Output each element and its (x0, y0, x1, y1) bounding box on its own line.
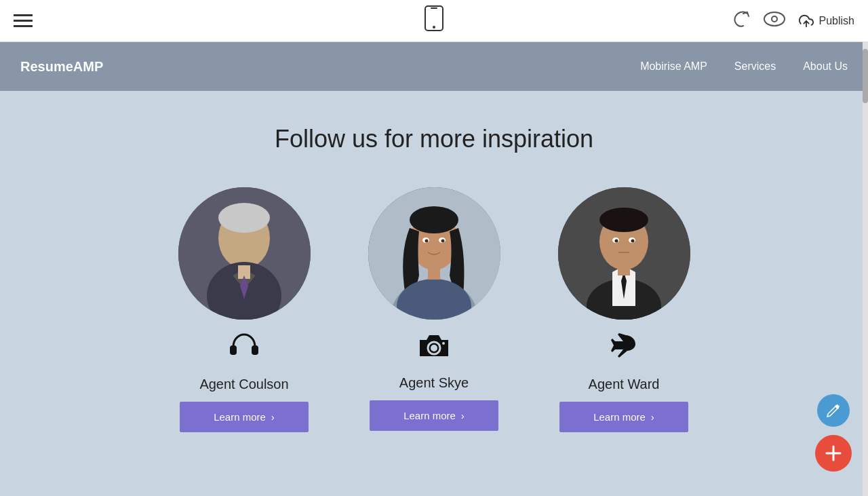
mobile-preview-icon[interactable] (425, 5, 443, 36)
svg-point-4 (772, 16, 777, 22)
skye-icon (417, 332, 451, 366)
svg-point-1 (433, 26, 435, 28)
svg-point-18 (410, 206, 458, 233)
svg-point-23 (425, 240, 428, 243)
svg-rect-20 (428, 267, 440, 280)
coulson-name: Agent Coulson (199, 377, 288, 392)
coulson-learn-more-button[interactable]: Learn more › (180, 402, 309, 432)
card-ward: Agent Ward Learn more › (549, 187, 698, 432)
chevron-right-icon: › (271, 411, 275, 423)
fab-container (815, 394, 852, 472)
chevron-right-icon: › (651, 411, 654, 423)
svg-point-37 (631, 240, 634, 243)
svg-point-30 (599, 208, 648, 232)
svg-rect-33 (618, 267, 630, 275)
fab-edit-button[interactable] (817, 394, 850, 427)
skye-name: Agent Skye (399, 375, 469, 391)
toolbar-center (425, 5, 443, 36)
nav-link-about[interactable]: About Us (803, 60, 848, 73)
nav-links: Mobirise AMP Services About Us (640, 60, 848, 73)
svg-point-26 (431, 345, 437, 351)
navbar: ResumeAMP Mobirise AMP Services About Us (0, 42, 868, 91)
undo-icon[interactable] (731, 11, 750, 31)
ward-learn-more-label: Learn more (593, 411, 646, 423)
nav-link-mobirise[interactable]: Mobirise AMP (640, 60, 707, 73)
ward-icon (606, 332, 642, 367)
publish-button[interactable]: Publish (799, 14, 854, 28)
svg-point-36 (614, 240, 618, 243)
svg-point-27 (442, 342, 445, 345)
scrollbar-track[interactable] (863, 42, 868, 496)
avatar-coulson (178, 187, 311, 320)
fab-add-button[interactable] (815, 435, 852, 472)
avatar-ward (558, 187, 690, 320)
svg-rect-14 (252, 345, 258, 355)
preview-eye-icon[interactable] (764, 12, 785, 31)
svg-point-9 (218, 203, 270, 233)
ward-learn-more-button[interactable]: Learn more › (559, 402, 688, 432)
coulson-icon (228, 332, 260, 367)
nav-brand[interactable]: ResumeAMP (20, 59, 103, 75)
toolbar: Publish (0, 0, 868, 42)
skye-learn-more-button[interactable]: Learn more › (370, 400, 498, 431)
publish-label: Publish (819, 15, 854, 27)
skye-learn-more-label: Learn more (403, 410, 456, 421)
scrollbar-thumb[interactable] (863, 49, 868, 103)
nav-link-services[interactable]: Services (734, 60, 776, 73)
hamburger-icon[interactable] (14, 14, 33, 27)
chevron-right-icon: › (461, 410, 465, 421)
svg-point-3 (764, 12, 785, 26)
ward-name: Agent Ward (589, 377, 660, 392)
card-skye: Agent Skye Learn more › (359, 187, 509, 432)
coulson-learn-more-label: Learn more (214, 411, 266, 423)
card-coulson: Agent Coulson Learn more › (170, 187, 319, 432)
cards-container: Agent Coulson Learn more › (27, 187, 841, 432)
svg-rect-13 (230, 345, 237, 355)
svg-point-24 (441, 240, 444, 243)
section-title: Follow us for more inspiration (27, 125, 841, 153)
avatar-skye (368, 187, 500, 320)
main-content: Follow us for more inspiration (0, 91, 868, 496)
toolbar-right: Publish (731, 11, 854, 31)
toolbar-left (14, 14, 33, 27)
